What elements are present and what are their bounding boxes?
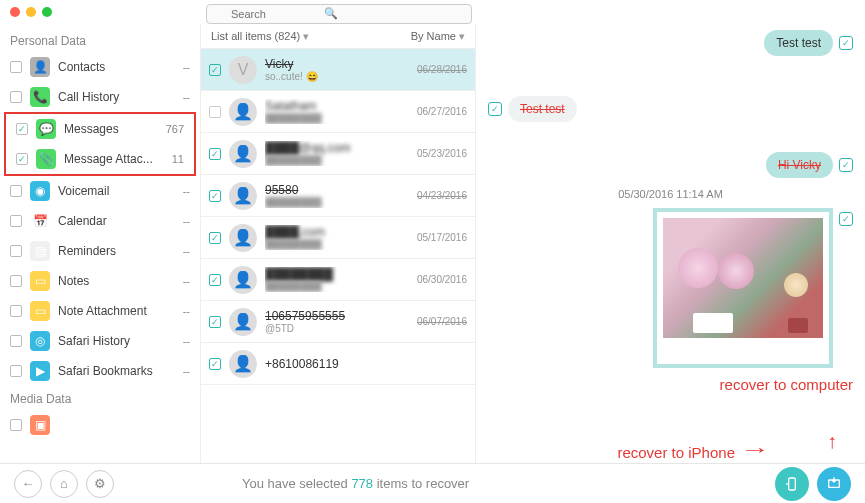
thread-name: Satatham — [265, 99, 399, 113]
thread-date: 06/07/2016 — [407, 316, 467, 327]
back-button[interactable]: ← — [14, 470, 42, 498]
category-icon: 👤 — [30, 57, 50, 77]
sidebar-item[interactable]: ▤Reminders-- — [0, 236, 200, 266]
checkbox[interactable]: ✓ — [16, 153, 28, 165]
checkbox[interactable]: ✓ — [209, 316, 221, 328]
message-check[interactable]: ✓ — [839, 36, 853, 50]
preview-pane: Test test ✓ ✓ Test test Hi Vicky ✓ 05/30… — [476, 24, 865, 463]
message-check[interactable]: ✓ — [488, 102, 502, 116]
thread-preview: ████████ — [265, 155, 399, 166]
avatar: V — [229, 56, 257, 84]
thread-row[interactable]: ✓VVickyso..cute! 😄06/28/2016 — [201, 49, 475, 91]
thread-preview: ████████ — [265, 239, 399, 250]
checkbox[interactable]: ✓ — [209, 274, 221, 286]
sidebar-item-count: -- — [183, 335, 190, 347]
thread-row[interactable]: ✓👤95580████████04/23/2016 — [201, 175, 475, 217]
window-zoom[interactable] — [42, 7, 52, 17]
home-button[interactable]: ⌂ — [50, 470, 78, 498]
checkbox[interactable]: ✓ — [209, 190, 221, 202]
checkbox[interactable]: ✓ — [209, 232, 221, 244]
sidebar-item-label: Reminders — [58, 244, 175, 258]
message-check[interactable]: ✓ — [839, 158, 853, 172]
thread-row[interactable]: ✓👤████.com████████05/17/2016 — [201, 217, 475, 259]
checkbox[interactable] — [10, 91, 22, 103]
thread-name: ████@qq.com — [265, 141, 399, 155]
category-icon: 📅 — [30, 211, 50, 231]
sort-by[interactable]: By Name — [411, 30, 465, 43]
settings-button[interactable]: ⚙ — [86, 470, 114, 498]
footer: ← ⌂ ⚙ You have selected 778 items to rec… — [0, 463, 865, 503]
category-icon: 📞 — [30, 87, 50, 107]
thread-row[interactable]: ✓👤+8610086119 — [201, 343, 475, 385]
thread-name: ████.com — [265, 225, 399, 239]
sidebar-item[interactable]: ✓💬Messages767 — [6, 114, 194, 144]
sidebar-item-label: Message Attac... — [64, 152, 164, 166]
thread-name: Vicky — [265, 57, 399, 71]
sidebar-item-count: -- — [183, 91, 190, 103]
thread-row[interactable]: ✓👤████████████████06/30/2016 — [201, 259, 475, 301]
sidebar-item[interactable]: ✓📎Message Attac...11 — [6, 144, 194, 174]
sidebar-item-count: -- — [183, 245, 190, 257]
category-icon: ▭ — [30, 301, 50, 321]
thread-row[interactable]: ✓👤106575955555@5TD06/07/2016 — [201, 301, 475, 343]
checkbox[interactable]: ✓ — [209, 358, 221, 370]
section-media: Media Data — [0, 386, 200, 410]
checkbox[interactable] — [10, 215, 22, 227]
sidebar-item[interactable]: ▭Notes-- — [0, 266, 200, 296]
sidebar-item[interactable]: 📞Call History-- — [0, 82, 200, 112]
checkbox[interactable] — [10, 275, 22, 287]
checkbox[interactable]: ✓ — [16, 123, 28, 135]
category-icon: ◎ — [30, 331, 50, 351]
sidebar-item-label: Calendar — [58, 214, 175, 228]
search-input[interactable] — [206, 4, 472, 24]
window-close[interactable] — [10, 7, 20, 17]
checkbox[interactable] — [10, 419, 22, 431]
thread-date: 05/23/2016 — [407, 148, 467, 159]
timestamp: 05/30/2016 11:14 AM — [488, 188, 853, 200]
recover-to-computer-button[interactable] — [817, 467, 851, 501]
image-attachment[interactable] — [653, 208, 833, 368]
avatar: 👤 — [229, 224, 257, 252]
sidebar-item-media[interactable]: ▣ — [0, 410, 200, 440]
category-icon: 💬 — [36, 119, 56, 139]
thread-list: List all items (824) By Name ✓VVickyso..… — [200, 24, 476, 463]
checkbox[interactable]: ✓ — [209, 64, 221, 76]
avatar: 👤 — [229, 308, 257, 336]
recover-to-iphone-button[interactable] — [775, 467, 809, 501]
sidebar-item[interactable]: ▶Safari Bookmarks-- — [0, 356, 200, 386]
sidebar-item-label: Safari History — [58, 334, 175, 348]
sidebar-item[interactable]: 📅Calendar-- — [0, 206, 200, 236]
checkbox[interactable] — [10, 61, 22, 73]
section-personal: Personal Data — [0, 28, 200, 52]
checkbox[interactable] — [10, 335, 22, 347]
thread-row[interactable]: 👤Satatham████████06/27/2016 — [201, 91, 475, 133]
thread-name: +8610086119 — [265, 357, 399, 371]
sidebar-item-count: -- — [183, 365, 190, 377]
sidebar-item-count: -- — [183, 305, 190, 317]
avatar: 👤 — [229, 350, 257, 378]
checkbox[interactable] — [10, 245, 22, 257]
checkbox[interactable] — [209, 106, 221, 118]
sidebar-item-label: Notes — [58, 274, 175, 288]
sidebar: Personal Data 👤Contacts--📞Call History--… — [0, 24, 200, 463]
checkbox[interactable] — [10, 305, 22, 317]
sidebar-item-count: 11 — [172, 153, 184, 165]
thread-date: 04/23/2016 — [407, 190, 467, 201]
thread-row[interactable]: ✓👤████@qq.com████████05/23/2016 — [201, 133, 475, 175]
list-filter[interactable]: List all items (824) — [211, 30, 309, 43]
sidebar-item[interactable]: ◉Voicemail-- — [0, 176, 200, 206]
thread-preview: ████████ — [265, 113, 399, 124]
sidebar-item-count: -- — [183, 185, 190, 197]
sidebar-item[interactable]: ◎Safari History-- — [0, 326, 200, 356]
message-bubble: Test test — [508, 96, 577, 122]
category-icon: 📎 — [36, 149, 56, 169]
window-minimize[interactable] — [26, 7, 36, 17]
avatar: 👤 — [229, 182, 257, 210]
thread-name: 106575955555 — [265, 309, 399, 323]
checkbox[interactable] — [10, 365, 22, 377]
checkbox[interactable]: ✓ — [209, 148, 221, 160]
sidebar-item[interactable]: 👤Contacts-- — [0, 52, 200, 82]
sidebar-item[interactable]: ▭Note Attachment-- — [0, 296, 200, 326]
checkbox[interactable] — [10, 185, 22, 197]
message-check[interactable]: ✓ — [839, 212, 853, 226]
